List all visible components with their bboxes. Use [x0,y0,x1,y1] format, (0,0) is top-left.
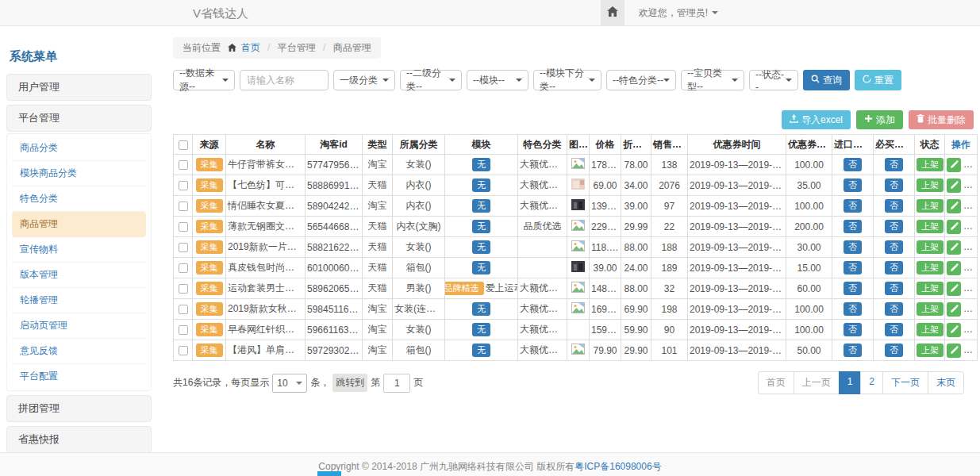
query-button[interactable]: 查询 [803,70,850,90]
must-buy-toggle[interactable]: 否 [885,323,903,336]
sidebar-group-平台管理[interactable]: 平台管理 [6,105,152,132]
module-badge[interactable]: 无 [472,158,490,171]
import-select-toggle[interactable]: 否 [844,344,862,357]
row-checkbox[interactable] [179,222,188,232]
name-search-input[interactable] [240,70,329,90]
import-excel-button[interactable]: 导入excel [782,110,851,129]
row-checkbox[interactable] [179,263,188,273]
import-select-toggle[interactable]: 否 [844,199,862,213]
edit-button[interactable] [947,178,961,193]
import-select-toggle[interactable]: 否 [844,240,862,254]
module-badge[interactable]: 无 [472,240,490,254]
must-buy-toggle[interactable]: 否 [885,344,903,357]
sidebar-item-版本管理[interactable]: 版本管理 [12,263,146,288]
filter-select-5[interactable]: --特色分类-- [606,70,676,90]
row-checkbox[interactable] [179,243,188,252]
module-badge[interactable]: 无 [472,302,490,316]
icp-link[interactable]: 粤ICP备16098006号 [575,461,661,472]
status-badge[interactable]: 上架 [917,220,943,233]
module-badge[interactable]: 品牌精选 [445,282,484,295]
row-checkbox[interactable] [179,181,188,190]
must-buy-toggle[interactable]: 否 [885,178,903,192]
select-all-checkbox[interactable] [179,140,188,150]
breadcrumb-item-platform[interactable]: 平台管理 [278,42,316,53]
import-select-toggle[interactable]: 否 [844,220,862,233]
breadcrumb-home-link[interactable]: 首页 [241,42,260,53]
status-badge[interactable]: 上架 [917,344,943,357]
module-badge[interactable]: 无 [472,220,490,233]
filter-select-7[interactable]: --状态-- [749,70,798,90]
status-badge[interactable]: 上架 [917,282,943,295]
row-checkbox[interactable] [179,160,188,170]
status-badge[interactable]: 上架 [917,240,943,254]
module-badge[interactable]: 无 [472,323,490,336]
filter-select-4[interactable]: --模块下分类-- [533,70,601,90]
page-button-2[interactable]: 2 [860,371,883,394]
page-button-1[interactable]: 1 [839,371,862,394]
row-checkbox[interactable] [179,305,188,314]
add-button[interactable]: 添加 [856,110,903,129]
import-select-toggle[interactable]: 否 [844,261,862,274]
status-badge[interactable]: 上架 [917,178,943,192]
sidebar-item-商品管理[interactable]: 商品管理 [12,212,146,237]
status-badge[interactable]: 上架 [917,302,943,316]
status-badge[interactable]: 上架 [917,158,943,171]
sidebar-group-省惠快报[interactable]: 省惠快报 [6,426,152,452]
module-badge[interactable]: 无 [472,261,490,274]
module-badge[interactable]: 无 [472,178,490,192]
status-badge[interactable]: 上架 [917,199,943,213]
row-checkbox[interactable] [179,346,188,355]
import-select-toggle[interactable]: 否 [844,282,862,295]
filter-select-2[interactable]: --二级分类-- [400,70,462,90]
must-buy-toggle[interactable]: 否 [885,199,903,213]
edit-button[interactable] [947,282,961,296]
row-checkbox[interactable] [179,325,188,335]
sidebar-item-商品分类[interactable]: 商品分类 [12,136,146,161]
must-buy-toggle[interactable]: 否 [885,158,903,171]
page-button-末页[interactable]: 末页 [928,371,964,394]
sidebar-item-意见反馈[interactable]: 意见反馈 [12,339,146,364]
must-buy-toggle[interactable]: 否 [885,220,903,233]
must-buy-toggle[interactable]: 否 [885,261,903,274]
import-select-toggle[interactable]: 否 [844,302,862,316]
status-badge[interactable]: 上架 [917,261,943,274]
sidebar-group-用户管理[interactable]: 用户管理 [6,74,152,101]
jump-to-button[interactable]: 跳转到 [332,374,367,392]
sidebar-item-启动页管理[interactable]: 启动页管理 [12,313,146,339]
filter-select-1[interactable]: 一级分类 [333,70,395,90]
sidebar-item-平台配置[interactable]: 平台配置 [12,364,146,389]
edit-button[interactable] [947,220,961,234]
page-button-下一页[interactable]: 下一页 [882,371,928,394]
sidebar-item-特色分类[interactable]: 特色分类 [12,186,146,212]
page-number-input[interactable] [383,374,410,393]
module-badge[interactable]: 无 [472,199,490,213]
edit-button[interactable] [947,323,961,337]
sidebar-group-拼团管理[interactable]: 拼团管理 [6,395,152,422]
sidebar-item-轮播管理[interactable]: 轮播管理 [12,288,146,313]
filter-select-3[interactable]: --模块-- [467,70,528,90]
import-select-toggle[interactable]: 否 [844,158,862,171]
data-source-select[interactable]: --数据来源-- [173,70,235,90]
must-buy-toggle[interactable]: 否 [885,282,903,295]
edit-button[interactable] [947,240,961,255]
edit-button[interactable] [947,261,961,275]
import-select-toggle[interactable]: 否 [844,323,862,336]
edit-button[interactable] [947,344,961,358]
status-badge[interactable]: 上架 [917,323,943,336]
batch-delete-button[interactable]: 批量删除 [909,110,974,129]
home-button[interactable] [601,0,625,25]
row-checkbox[interactable] [179,202,188,211]
edit-button[interactable] [947,302,961,317]
edit-button[interactable] [947,199,961,213]
reset-button[interactable]: 重置 [855,70,901,90]
filter-select-6[interactable]: --宝贝类型-- [681,70,744,90]
must-buy-toggle[interactable]: 否 [885,240,903,254]
user-menu[interactable]: 欢迎您，管理员! [639,6,718,20]
per-page-select[interactable]: 10 [272,374,307,393]
edit-button[interactable] [947,158,961,172]
must-buy-toggle[interactable]: 否 [885,302,903,316]
row-checkbox[interactable] [179,284,188,294]
sidebar-item-宣传物料[interactable]: 宣传物料 [12,237,146,263]
module-badge[interactable]: 无 [472,344,490,357]
import-select-toggle[interactable]: 否 [844,178,862,192]
